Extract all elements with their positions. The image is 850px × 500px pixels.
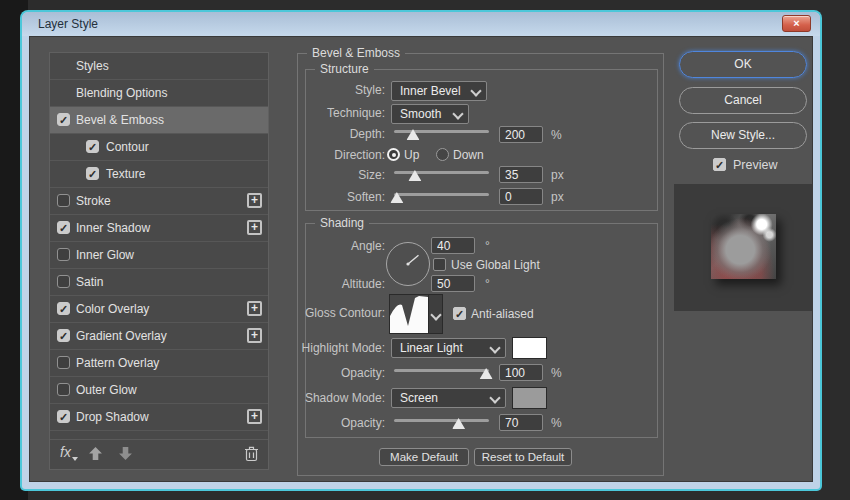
angle-unit: ° [485,238,490,254]
shadow-color-swatch[interactable] [512,387,547,409]
sidebar-item-texture[interactable]: Texture [50,161,268,188]
altitude-input[interactable] [431,275,475,292]
sidebar-item-satin[interactable]: Satin [50,269,268,296]
satin-checkbox[interactable] [57,275,70,288]
sidebar-item-inner-shadow[interactable]: Inner Shadow + [50,215,268,242]
highlight-opacity-slider[interactable] [394,365,489,379]
color-overlay-checkbox[interactable] [57,302,70,315]
drop-shadow-checkbox[interactable] [57,410,70,423]
technique-dropdown[interactable]: Smooth [391,104,469,124]
angle-label: Angle: [270,238,385,254]
item-label: Outer Glow [76,377,137,403]
make-default-button[interactable]: Make Default [379,448,469,466]
sidebar-item-outer-glow[interactable]: Outer Glow [50,377,268,404]
altitude-label: Altitude: [270,276,385,292]
chevron-down-icon [470,85,481,96]
depth-slider[interactable] [394,126,489,140]
chevron-down-icon [489,392,500,403]
item-label: Blending Options [76,80,167,106]
new-style-button[interactable]: New Style... [679,122,807,149]
sidebar-item-gradient-overlay[interactable]: Gradient Overlay + [50,323,268,350]
gloss-contour-thumbnail [390,295,428,333]
preview-label: Preview [733,158,777,172]
slider-track [394,419,489,422]
dialog-titlebar[interactable]: Layer Style × [22,12,820,36]
technique-value: Smooth [400,107,441,121]
stroke-checkbox[interactable] [57,194,70,207]
chevron-down-icon [430,309,441,320]
sidebar-item-stroke[interactable]: Stroke + [50,188,268,215]
size-input[interactable] [499,166,543,183]
sidebar-item-bevel-emboss[interactable]: Bevel & Emboss [50,107,268,134]
inner-glow-checkbox[interactable] [57,248,70,261]
texture-checkbox[interactable] [86,167,99,180]
anti-aliased-checkbox[interactable] [453,307,466,320]
direction-down-radio[interactable] [436,148,449,161]
cancel-button[interactable]: Cancel [679,87,807,114]
bevel-emboss-checkbox[interactable] [57,113,70,126]
sidebar-item-inner-glow[interactable]: Inner Glow [50,242,268,269]
sidebar-item-styles[interactable]: Styles [50,53,268,80]
slider-track [394,193,489,196]
soften-slider[interactable] [394,189,489,203]
add-inner-shadow-icon[interactable]: + [247,220,262,235]
shadow-mode-value: Screen [400,391,438,405]
highlight-color-swatch[interactable] [512,337,547,359]
direction-up-label: Up [404,148,419,162]
highlight-mode-value: Linear Light [400,341,463,355]
slider-track [394,171,489,174]
shadow-opacity-slider[interactable] [394,415,489,429]
move-up-icon[interactable] [88,446,104,462]
gradient-overlay-checkbox[interactable] [57,329,70,342]
size-slider[interactable] [394,167,489,181]
item-label: Bevel & Emboss [76,107,164,133]
highlight-opacity-unit: % [551,365,562,381]
use-global-light-checkbox[interactable] [433,258,446,271]
shadow-mode-dropdown[interactable]: Screen [391,388,506,408]
add-color-overlay-icon[interactable]: + [247,301,262,316]
shadow-opacity-label: Opacity: [270,415,385,431]
outer-glow-checkbox[interactable] [57,383,70,396]
item-label: Contour [106,134,149,160]
sidebar-item-drop-shadow[interactable]: Drop Shadow + [50,404,268,431]
soften-input[interactable] [499,188,543,205]
sidebar-item-blending-options[interactable]: Blending Options [50,80,268,107]
depth-input[interactable] [499,126,543,143]
highlight-opacity-input[interactable] [499,364,543,381]
gloss-contour-picker[interactable] [389,294,443,334]
preview-thumbnail [711,214,776,279]
direction-up-radio[interactable] [387,148,400,161]
sidebar-item-contour[interactable]: Contour [50,134,268,161]
pattern-overlay-checkbox[interactable] [57,356,70,369]
angle-input[interactable] [431,237,475,254]
style-dropdown[interactable]: Inner Bevel [391,81,487,101]
styles-list-footer: fx [50,439,268,469]
add-stroke-icon[interactable]: + [247,193,262,208]
direction-label: Direction: [270,147,385,163]
fx-menu-button[interactable]: fx [60,444,71,460]
sidebar-item-color-overlay[interactable]: Color Overlay + [50,296,268,323]
inner-shadow-checkbox[interactable] [57,221,70,234]
add-drop-shadow-icon[interactable]: + [247,409,262,424]
angle-dial[interactable] [385,241,431,287]
move-down-icon[interactable] [118,446,134,462]
add-gradient-overlay-icon[interactable]: + [247,328,262,343]
gloss-contour-label: Gloss Contour: [270,305,385,321]
structure-group-title: Structure [315,62,374,76]
highlight-mode-dropdown[interactable]: Linear Light [391,338,506,358]
contour-checkbox[interactable] [86,140,99,153]
delete-effect-icon[interactable] [244,445,260,461]
soften-label: Soften: [270,189,385,205]
gloss-contour-dropdown[interactable] [428,295,442,333]
close-button[interactable]: × [782,15,811,32]
item-label: Pattern Overlay [76,350,159,376]
reset-to-default-button[interactable]: Reset to Default [474,448,572,466]
sidebar-item-pattern-overlay[interactable]: Pattern Overlay [50,350,268,377]
depth-label: Depth: [270,126,385,142]
highlight-opacity-label: Opacity: [270,365,385,381]
item-label: Texture [106,161,145,187]
shadow-opacity-input[interactable] [499,414,543,431]
preview-checkbox[interactable] [713,158,726,171]
ok-button[interactable]: OK [679,51,807,78]
altitude-unit: ° [485,276,490,292]
